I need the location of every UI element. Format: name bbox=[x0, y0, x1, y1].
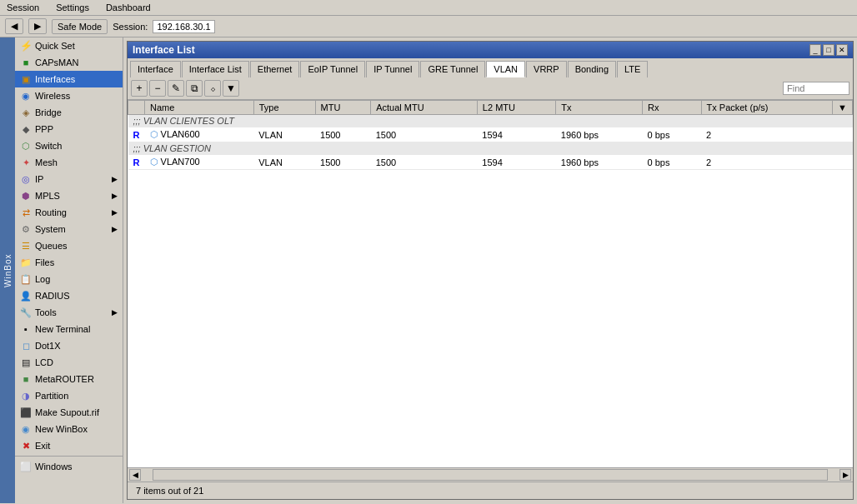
col-l2-mtu[interactable]: L2 MTU bbox=[477, 101, 555, 115]
minimize-button[interactable]: _ bbox=[809, 44, 821, 56]
exit-icon: ✖ bbox=[20, 440, 32, 452]
interfaces-icon: ▣ bbox=[20, 73, 32, 85]
system-arrow-icon: ▶ bbox=[112, 225, 118, 233]
sidebar-item-lcd[interactable]: ▤ LCD bbox=[15, 354, 123, 371]
quickset-icon: ⚡ bbox=[20, 40, 32, 52]
sidebar-item-files[interactable]: 📁 Files bbox=[15, 254, 123, 271]
col-extra[interactable]: ▼ bbox=[833, 101, 853, 115]
vlan-icon: ⬡ bbox=[150, 129, 158, 139]
tab-interface-list[interactable]: Interface List bbox=[182, 61, 249, 77]
sidebar-item-switch[interactable]: ⬡ Switch bbox=[15, 137, 123, 154]
tab-ip-tunnel[interactable]: IP Tunnel bbox=[366, 61, 419, 77]
sidebar-item-wireless[interactable]: ◉ Wireless bbox=[15, 87, 123, 104]
window-titlebar: Interface List _ □ ✕ bbox=[128, 42, 853, 58]
col-name[interactable]: Name bbox=[145, 101, 254, 115]
wireless-icon: ◉ bbox=[20, 90, 32, 102]
sidebar-item-ppp[interactable]: ◆ PPP bbox=[15, 121, 123, 137]
queues-icon: ☰ bbox=[20, 240, 32, 252]
sidebar-item-makesupout[interactable]: ⬛ Make Supout.rif bbox=[15, 404, 123, 421]
sidebar-item-ip[interactable]: ◎ IP ▶ bbox=[15, 171, 123, 187]
sidebar-item-mpls[interactable]: ⬢ MPLS ▶ bbox=[15, 187, 123, 204]
sidebar-item-newterminal[interactable]: ▪ New Terminal bbox=[15, 321, 123, 337]
add-button[interactable]: + bbox=[131, 80, 148, 97]
row-tx: 1960 bps bbox=[556, 127, 643, 142]
tab-vlan[interactable]: VLAN bbox=[486, 61, 525, 77]
row-tx-pkt: 2 bbox=[701, 127, 833, 142]
close-button[interactable]: ✕ bbox=[836, 44, 848, 56]
capsman-icon: ■ bbox=[20, 57, 32, 68]
windows-icon: ⬜ bbox=[20, 461, 32, 472]
paste-button[interactable]: ⬦ bbox=[204, 80, 221, 97]
status-bar: 7 items out of 21 bbox=[128, 482, 853, 499]
sidebar-item-bridge[interactable]: ◈ Bridge bbox=[15, 104, 123, 121]
copy-button[interactable]: ⧉ bbox=[186, 80, 203, 97]
row-extra bbox=[833, 127, 853, 142]
sidebar-item-log[interactable]: 📋 Log bbox=[15, 271, 123, 287]
col-rx[interactable]: Rx bbox=[643, 101, 702, 115]
maximize-button[interactable]: □ bbox=[823, 44, 834, 56]
sidebar-item-mesh[interactable]: ✦ Mesh bbox=[15, 154, 123, 171]
row-type: VLAN bbox=[253, 155, 315, 170]
sidebar-item-exit[interactable]: ✖ Exit bbox=[15, 437, 123, 454]
terminal-icon: ▪ bbox=[20, 323, 32, 335]
tools-arrow-icon: ▶ bbox=[112, 308, 118, 317]
sidebar-label-newwinbox: New WinBox bbox=[35, 424, 88, 434]
sidebar-item-interfaces[interactable]: ▣ Interfaces bbox=[15, 71, 123, 87]
remove-button[interactable]: − bbox=[149, 80, 166, 97]
sidebar-item-newwinbox[interactable]: ◉ New WinBox bbox=[15, 421, 123, 437]
dot1x-icon: ◻ bbox=[20, 340, 32, 352]
col-actual-mtu[interactable]: Actual MTU bbox=[371, 101, 478, 115]
tab-lte[interactable]: LTE bbox=[617, 61, 648, 77]
col-tx[interactable]: Tx bbox=[556, 101, 643, 115]
tab-eoip-tunnel[interactable]: EoIP Tunnel bbox=[300, 61, 365, 77]
filter-button[interactable]: ▼ bbox=[223, 80, 239, 97]
routing-arrow-icon: ▶ bbox=[112, 208, 118, 217]
table-row[interactable]: R ⬡ VLAN700 VLAN 1500 1500 1594 1960 bps… bbox=[128, 155, 853, 170]
sidebar-item-tools[interactable]: 🔧 Tools ▶ bbox=[15, 304, 123, 321]
tab-gre-tunnel[interactable]: GRE Tunnel bbox=[420, 61, 485, 77]
menu-session[interactable]: Session bbox=[3, 2, 43, 13]
table-row[interactable]: R ⬡ VLAN600 VLAN 1500 1500 1594 1960 bps… bbox=[128, 127, 853, 142]
horizontal-scrollbar[interactable] bbox=[153, 469, 828, 481]
forward-button[interactable]: ▶ bbox=[28, 18, 47, 34]
tab-interface[interactable]: Interface bbox=[130, 61, 181, 77]
sidebar-item-capsman[interactable]: ■ CAPsMAN bbox=[15, 54, 123, 71]
row-actual-mtu: 1500 bbox=[371, 155, 478, 170]
table-wrapper: Name Type MTU Actual MTU L2 MTU Tx Rx Tx… bbox=[128, 100, 853, 467]
sidebar-item-routing[interactable]: ⇄ Routing ▶ bbox=[15, 204, 123, 221]
sidebar-label-lcd: LCD bbox=[35, 357, 53, 367]
row-tx: 1960 bps bbox=[556, 155, 643, 170]
bridge-icon: ◈ bbox=[20, 107, 32, 118]
partition-icon: ◑ bbox=[20, 390, 32, 402]
newwinbox-icon: ◉ bbox=[20, 423, 32, 435]
sidebar-item-radius[interactable]: 👤 RADIUS bbox=[15, 287, 123, 304]
sidebar-item-quickset[interactable]: ⚡ Quick Set bbox=[15, 37, 123, 54]
edit-button[interactable]: ✎ bbox=[168, 80, 184, 97]
session-label: Session: bbox=[113, 22, 148, 32]
sidebar-label-dot1x: Dot1X bbox=[35, 341, 61, 351]
sidebar-item-windows[interactable]: ⬜ Windows bbox=[15, 458, 123, 475]
tab-vrrp[interactable]: VRRP bbox=[526, 61, 567, 77]
sidebar-item-metarouter[interactable]: ■ MetaROUTER bbox=[15, 371, 123, 387]
back-button[interactable]: ◀ bbox=[5, 18, 23, 34]
sidebar-item-system[interactable]: ⚙ System ▶ bbox=[15, 221, 123, 237]
sidebar-item-dot1x[interactable]: ◻ Dot1X bbox=[15, 337, 123, 354]
sidebar-item-queues[interactable]: ☰ Queues bbox=[15, 237, 123, 254]
col-mtu[interactable]: MTU bbox=[315, 101, 371, 115]
sidebar-item-partition[interactable]: ◑ Partition bbox=[15, 387, 123, 404]
safemode-button[interactable]: Safe Mode bbox=[52, 19, 108, 34]
scroll-left-button[interactable]: ◀ bbox=[129, 469, 141, 481]
tab-ethernet[interactable]: Ethernet bbox=[250, 61, 300, 77]
row-tx-pkt: 2 bbox=[701, 155, 833, 170]
scroll-right-button[interactable]: ▶ bbox=[839, 469, 851, 481]
menu-settings[interactable]: Settings bbox=[53, 2, 93, 13]
find-input[interactable] bbox=[783, 82, 849, 95]
tab-bar: Interface Interface List Ethernet EoIP T… bbox=[128, 58, 853, 77]
tab-bonding[interactable]: Bonding bbox=[568, 61, 616, 77]
col-type[interactable]: Type bbox=[253, 101, 315, 115]
col-flag[interactable] bbox=[128, 101, 145, 115]
sidebar-label-mesh: Mesh bbox=[35, 157, 58, 167]
window-controls: _ □ ✕ bbox=[809, 44, 848, 56]
col-tx-pkt[interactable]: Tx Packet (p/s) bbox=[701, 101, 833, 115]
menu-dashboard[interactable]: Dashboard bbox=[103, 2, 154, 13]
